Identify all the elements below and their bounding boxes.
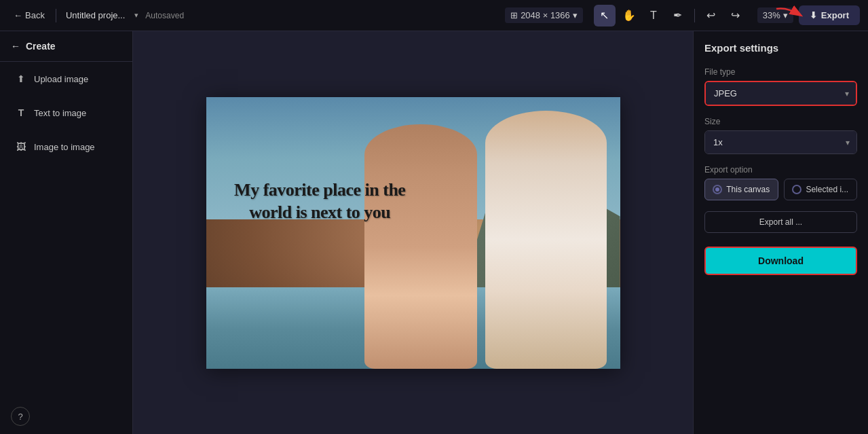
autosaved-label: Autosaved xyxy=(145,11,184,20)
pen-tool-button[interactable]: ✒ xyxy=(667,5,689,26)
canvas-overlay-text: My favorite place in the world is next t… xyxy=(234,180,405,223)
back-button[interactable]: ← Back xyxy=(8,7,50,23)
zoom-chevron: ▾ xyxy=(783,10,788,20)
help-button[interactable]: ? xyxy=(11,407,30,426)
back-label: Back xyxy=(25,10,45,20)
size-label: Size xyxy=(704,117,857,126)
dimensions-chevron: ▾ xyxy=(573,10,578,20)
download-button[interactable]: Download xyxy=(704,247,857,275)
download-label: Download xyxy=(758,255,804,266)
export-all-label: Export all ... xyxy=(759,217,802,227)
canvas-area[interactable]: My favorite place in the world is next t… xyxy=(133,31,693,434)
undo-button[interactable]: ↩ xyxy=(700,5,722,26)
this-canvas-radio xyxy=(713,185,722,194)
selected-items-label: Selected i... xyxy=(806,185,848,194)
project-title-chevron[interactable]: ▾ xyxy=(134,11,138,20)
select-icon: ↖ xyxy=(600,9,609,22)
size-section: Size 0.5x 1x 2x 3x 4x ▾ xyxy=(704,117,857,154)
file-type-select[interactable]: JPEG PNG WebP SVG xyxy=(706,82,856,105)
move-icon: ✋ xyxy=(622,9,636,22)
project-title[interactable]: Untitled proje... xyxy=(62,7,129,23)
export-all-button[interactable]: Export all ... xyxy=(704,211,857,233)
canvas-dimensions[interactable]: ⊞ 2048 × 1366 ▾ xyxy=(505,7,583,23)
file-type-section: File type JPEG PNG WebP SVG ▾ xyxy=(704,67,857,106)
create-back-icon: ← xyxy=(11,41,20,52)
image-to-image-icon: 🖼 xyxy=(15,141,27,153)
selected-items-radio xyxy=(792,185,801,194)
text-tool-button[interactable]: T xyxy=(643,5,664,26)
export-download-icon: ⬇ xyxy=(810,10,817,20)
export-option-row: This canvas Selected i... xyxy=(704,179,857,200)
sidebar-footer: ? xyxy=(0,399,132,434)
dimensions-value: 2048 × 1366 xyxy=(521,10,570,20)
export-label: Export xyxy=(821,10,849,20)
sidebar-item-image-to-image[interactable]: 🖼 Image to image xyxy=(5,132,127,161)
export-option-label: Export option xyxy=(704,165,857,175)
export-panel: Export settings File type JPEG PNG WebP … xyxy=(693,31,868,434)
sidebar-title: Create xyxy=(26,41,56,52)
file-type-label: File type xyxy=(704,67,857,77)
zoom-control[interactable]: 33% ▾ xyxy=(757,7,793,23)
sidebar: ← Create ⬆ Upload image T Text to image … xyxy=(0,31,133,434)
upload-image-label: Upload image xyxy=(34,74,88,84)
image-to-image-label: Image to image xyxy=(34,142,95,152)
selected-items-button[interactable]: Selected i... xyxy=(784,179,858,200)
export-option-section: Export option This canvas Selected i... xyxy=(704,165,857,200)
text-to-image-label: Text to image xyxy=(34,108,86,118)
canvas-background: My favorite place in the world is next t… xyxy=(206,97,620,369)
pen-icon: ✒ xyxy=(673,9,682,22)
upload-image-icon: ⬆ xyxy=(15,73,27,85)
size-select[interactable]: 0.5x 1x 2x 3x 4x xyxy=(705,131,856,153)
select-tool-button[interactable]: ↖ xyxy=(594,5,616,26)
canvas-text-overlay: My favorite place in the world is next t… xyxy=(227,179,413,225)
size-select-wrapper: 0.5x 1x 2x 3x 4x ▾ xyxy=(704,130,857,154)
sidebar-item-text-to-image[interactable]: T Text to image xyxy=(5,98,127,127)
text-icon: T xyxy=(650,10,657,22)
this-canvas-label: This canvas xyxy=(726,185,770,194)
canvas-container[interactable]: My favorite place in the world is next t… xyxy=(206,97,620,369)
resize-icon: ⊞ xyxy=(510,10,518,20)
sidebar-header: ← Create xyxy=(0,31,132,62)
redo-button[interactable]: ↪ xyxy=(725,5,747,26)
back-icon: ← xyxy=(14,10,22,20)
move-tool-button[interactable]: ✋ xyxy=(618,5,640,26)
export-button[interactable]: ⬇ Export xyxy=(799,5,860,25)
export-panel-title: Export settings xyxy=(704,42,857,54)
zoom-value: 33% xyxy=(763,10,780,20)
file-type-select-wrapper: JPEG PNG WebP SVG ▾ xyxy=(704,81,857,106)
text-to-image-icon: T xyxy=(15,107,27,119)
redo-icon: ↪ xyxy=(731,9,740,22)
this-canvas-button[interactable]: This canvas xyxy=(704,179,778,200)
undo-icon: ↩ xyxy=(706,9,715,22)
sidebar-item-upload-image[interactable]: ⬆ Upload image xyxy=(5,65,127,93)
